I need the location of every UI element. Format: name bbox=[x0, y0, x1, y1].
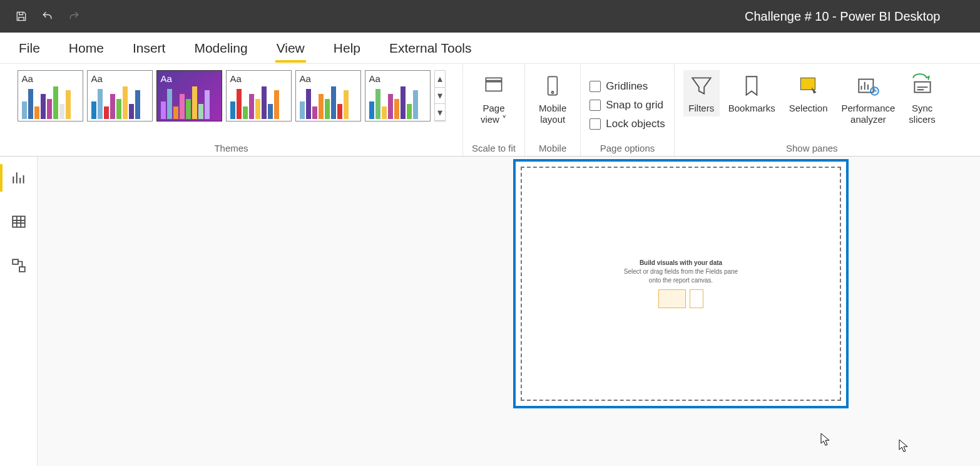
svg-rect-9 bbox=[19, 267, 25, 272]
performance-analyzer-button[interactable]: Performanceanalyzer bbox=[836, 70, 900, 128]
chevron-down-icon: ˅ bbox=[502, 114, 507, 125]
save-icon[interactable] bbox=[14, 9, 29, 24]
placeholder-graphic bbox=[658, 289, 703, 308]
group-scale: Pageview ˅ Scale to fit bbox=[463, 64, 525, 156]
body-area: Build visuals with your data Select or d… bbox=[0, 157, 980, 466]
lock-objects-checkbox[interactable]: Lock objects bbox=[590, 118, 665, 130]
model-view-button[interactable] bbox=[4, 252, 34, 279]
group-show-panes: Filters Bookmarks Selection Performancea… bbox=[675, 64, 949, 156]
checkbox-icon bbox=[590, 118, 601, 130]
selection-label: Selection bbox=[789, 103, 828, 114]
mobile-label-1: Mobile bbox=[539, 103, 566, 113]
sync-slicers-button[interactable]: Syncslicers bbox=[904, 70, 941, 128]
page-view-label-2: view bbox=[481, 114, 499, 125]
theme-thumbnail[interactable]: Aa bbox=[365, 70, 431, 122]
menu-bar: File Home Insert Modeling View Help Exte… bbox=[0, 33, 980, 64]
tab-external[interactable]: External Tools bbox=[388, 34, 473, 62]
window-title: Challenge # 10 - Power BI Desktop bbox=[81, 9, 980, 24]
page-view-label-1: Page bbox=[482, 103, 504, 113]
ribbon: AaAaAaAaAaAa▴▾▾ Themes Pageview ˅ Scale … bbox=[0, 64, 980, 157]
titlebar: Challenge # 10 - Power BI Desktop bbox=[0, 0, 980, 33]
svg-rect-0 bbox=[486, 78, 501, 91]
group-mobile: Mobilelayout Mobile bbox=[525, 64, 581, 156]
theme-aa-label: Aa bbox=[91, 73, 148, 84]
snap-grid-checkbox[interactable]: Snap to grid bbox=[590, 99, 665, 111]
checkbox-icon bbox=[590, 100, 601, 111]
lock-label: Lock objects bbox=[606, 118, 665, 130]
filters-label: Filters bbox=[688, 103, 714, 114]
theme-aa-label: Aa bbox=[369, 73, 426, 84]
canvas-placeholder-body1: Select or drag fields from the Fields pa… bbox=[624, 268, 738, 275]
bookmarks-label: Bookmarks bbox=[728, 103, 775, 114]
tab-home[interactable]: Home bbox=[68, 34, 105, 62]
svg-rect-1 bbox=[548, 76, 558, 95]
theme-thumbnail[interactable]: Aa bbox=[295, 70, 361, 122]
data-view-button[interactable] bbox=[4, 208, 34, 236]
gridlines-checkbox[interactable]: Gridlines bbox=[590, 80, 665, 93]
perf-label-2: analyzer bbox=[850, 114, 886, 125]
group-page-options: Gridlines Snap to grid Lock objects Page… bbox=[581, 64, 675, 156]
group-themes: AaAaAaAaAaAa▴▾▾ Themes bbox=[0, 64, 463, 156]
canvas-placeholder-heading: Build visuals with your data bbox=[640, 259, 722, 266]
tab-file[interactable]: File bbox=[18, 34, 41, 62]
mobile-label-2: layout bbox=[540, 114, 565, 125]
theme-aa-label: Aa bbox=[300, 73, 357, 84]
svg-rect-8 bbox=[13, 259, 18, 264]
undo-icon[interactable] bbox=[40, 9, 55, 24]
group-label-themes: Themes bbox=[214, 143, 248, 153]
theme-aa-label: Aa bbox=[230, 73, 287, 84]
cursor-icon bbox=[820, 432, 832, 446]
redo-icon bbox=[66, 9, 81, 24]
tab-help[interactable]: Help bbox=[332, 34, 362, 62]
sync-label-2: slicers bbox=[909, 114, 936, 125]
group-label-pageoptions: Page options bbox=[600, 143, 655, 153]
tab-view[interactable]: View bbox=[275, 34, 306, 62]
theme-aa-label: Aa bbox=[161, 73, 218, 84]
canvas-placeholder-body2: onto the report canvas. bbox=[649, 277, 713, 284]
tab-insert[interactable]: Insert bbox=[131, 34, 167, 62]
bookmarks-pane-button[interactable]: Bookmarks bbox=[723, 70, 780, 116]
svg-rect-3 bbox=[800, 78, 815, 90]
selected-canvas-frame[interactable]: Build visuals with your data Select or d… bbox=[513, 159, 849, 408]
perf-label-1: Performance bbox=[841, 103, 895, 113]
cursor-icon bbox=[898, 438, 911, 452]
sync-label-1: Sync bbox=[912, 103, 932, 113]
svg-rect-7 bbox=[13, 216, 25, 227]
tab-modeling[interactable]: Modeling bbox=[193, 34, 248, 62]
themes-dropdown-handle[interactable]: ▴▾▾ bbox=[434, 70, 446, 122]
theme-aa-label: Aa bbox=[22, 73, 79, 84]
quick-access bbox=[0, 9, 81, 24]
snap-label: Snap to grid bbox=[606, 99, 663, 111]
page-view-button[interactable]: Pageview ˅ bbox=[476, 70, 512, 128]
group-label-mobile: Mobile bbox=[539, 143, 566, 153]
theme-thumbnail[interactable]: Aa bbox=[18, 70, 83, 122]
theme-gallery: AaAaAaAaAaAa▴▾▾ bbox=[18, 70, 446, 140]
canvas-area[interactable]: Build visuals with your data Select or d… bbox=[38, 157, 980, 466]
theme-thumbnail[interactable]: Aa bbox=[226, 70, 292, 122]
gridlines-label: Gridlines bbox=[606, 80, 648, 93]
svg-point-2 bbox=[552, 91, 554, 93]
filters-pane-button[interactable]: Filters bbox=[683, 70, 720, 116]
canvas-placeholder: Build visuals with your data Select or d… bbox=[521, 167, 841, 401]
report-view-button[interactable] bbox=[4, 164, 34, 192]
checkbox-icon bbox=[590, 81, 601, 92]
mobile-layout-button[interactable]: Mobilelayout bbox=[534, 70, 571, 128]
theme-thumbnail[interactable]: Aa bbox=[156, 70, 222, 122]
selection-pane-button[interactable]: Selection bbox=[784, 70, 833, 116]
theme-thumbnail[interactable]: Aa bbox=[87, 70, 153, 122]
group-label-scale: Scale to fit bbox=[472, 143, 516, 153]
group-label-showpanes: Show panes bbox=[786, 143, 838, 153]
view-rail bbox=[0, 157, 38, 466]
